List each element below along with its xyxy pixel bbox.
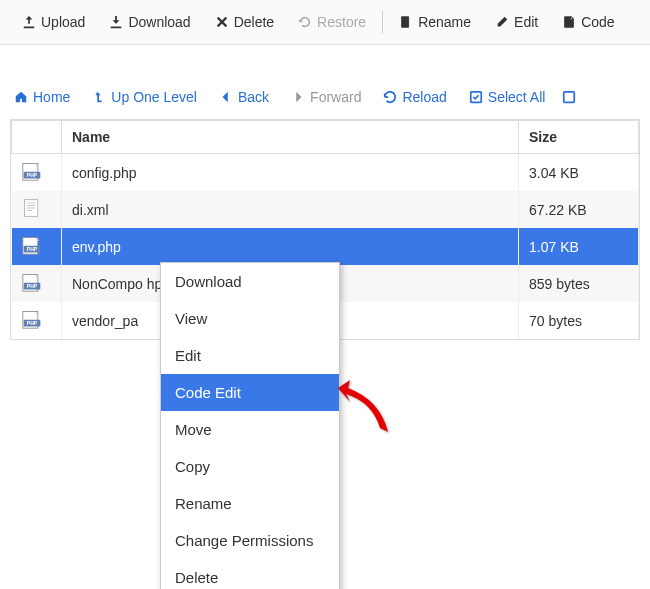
delete-icon	[215, 15, 229, 29]
home-button[interactable]: Home	[14, 89, 70, 105]
reload-label: Reload	[402, 89, 446, 105]
code-label: Code	[581, 14, 614, 30]
pencil-icon	[495, 15, 509, 29]
main-toolbar: Upload Download Delete Restore Rename Ed…	[0, 0, 650, 45]
code-button[interactable]: Code	[550, 8, 626, 36]
select-all-label: Select All	[488, 89, 546, 105]
download-label: Download	[128, 14, 190, 30]
back-button[interactable]: Back	[219, 89, 269, 105]
restore-label: Restore	[317, 14, 366, 30]
file-size-cell: 859 bytes	[519, 265, 639, 302]
upload-icon	[22, 15, 36, 29]
home-icon	[14, 90, 28, 104]
table-row[interactable]: PHPenv.php1.07 KB	[12, 228, 639, 265]
restore-button: Restore	[286, 8, 378, 36]
context-item-view[interactable]: View	[161, 300, 339, 337]
reload-button[interactable]: Reload	[383, 89, 446, 105]
file-type-icon: PHP	[12, 265, 62, 302]
context-item-code-edit[interactable]: Code Edit	[161, 374, 339, 411]
file-type-icon: PHP	[12, 302, 62, 339]
forward-button: Forward	[291, 89, 361, 105]
restore-icon	[298, 15, 312, 29]
annotation-arrow	[330, 380, 400, 440]
svg-rect-1	[564, 92, 575, 103]
file-size-cell: 3.04 KB	[519, 154, 639, 192]
upload-button[interactable]: Upload	[10, 8, 97, 36]
rename-label: Rename	[418, 14, 471, 30]
table-row[interactable]: PHPconfig.php3.04 KB	[12, 154, 639, 192]
back-label: Back	[238, 89, 269, 105]
download-icon	[109, 15, 123, 29]
up-label: Up One Level	[111, 89, 197, 105]
upload-label: Upload	[41, 14, 85, 30]
table-row[interactable]: di.xml67.22 KB	[12, 191, 639, 228]
file-name-cell: di.xml	[62, 191, 519, 228]
check-square-icon	[469, 90, 483, 104]
col-name-header[interactable]: Name	[62, 121, 519, 154]
edit-label: Edit	[514, 14, 538, 30]
svg-text:PHP: PHP	[26, 172, 37, 178]
rename-button[interactable]: Rename	[387, 8, 483, 36]
context-item-copy[interactable]: Copy	[161, 448, 339, 485]
nav-toolbar: Home Up One Level Back Forward Reload Se…	[0, 75, 650, 119]
svg-text:PHP: PHP	[26, 246, 37, 252]
file-name-cell: config.php	[62, 154, 519, 192]
file-name-cell: env.php	[62, 228, 519, 265]
context-item-delete[interactable]: Delete	[161, 559, 339, 589]
reload-icon	[383, 90, 397, 104]
home-label: Home	[33, 89, 70, 105]
up-button[interactable]: Up One Level	[92, 89, 197, 105]
context-item-download[interactable]: Download	[161, 263, 339, 300]
col-size-header[interactable]: Size	[519, 121, 639, 154]
col-icon-header[interactable]	[12, 121, 62, 154]
code-icon	[562, 15, 576, 29]
context-item-edit[interactable]: Edit	[161, 337, 339, 374]
forward-label: Forward	[310, 89, 361, 105]
level-up-icon	[92, 90, 106, 104]
square-icon	[562, 90, 576, 104]
context-item-move[interactable]: Move	[161, 411, 339, 448]
toolbar-separator	[382, 11, 383, 33]
svg-text:PHP: PHP	[26, 283, 37, 289]
file-size-cell: 70 bytes	[519, 302, 639, 339]
file-type-icon: PHP	[12, 154, 62, 192]
delete-button[interactable]: Delete	[203, 8, 286, 36]
arrow-left-icon	[219, 90, 233, 104]
context-menu: DownloadViewEditCode EditMoveCopyRenameC…	[160, 262, 340, 589]
edit-button[interactable]: Edit	[483, 8, 550, 36]
arrow-right-icon	[291, 90, 305, 104]
context-item-rename[interactable]: Rename	[161, 485, 339, 522]
delete-label: Delete	[234, 14, 274, 30]
file-type-icon: PHP	[12, 228, 62, 265]
rename-icon	[399, 15, 413, 29]
download-button[interactable]: Download	[97, 8, 202, 36]
context-item-change-permissions[interactable]: Change Permissions	[161, 522, 339, 559]
file-size-cell: 1.07 KB	[519, 228, 639, 265]
select-all-button[interactable]: Select All	[469, 89, 546, 105]
file-size-cell: 67.22 KB	[519, 191, 639, 228]
file-type-icon	[12, 191, 62, 228]
unselect-button[interactable]	[562, 90, 576, 104]
svg-text:PHP: PHP	[26, 320, 37, 326]
